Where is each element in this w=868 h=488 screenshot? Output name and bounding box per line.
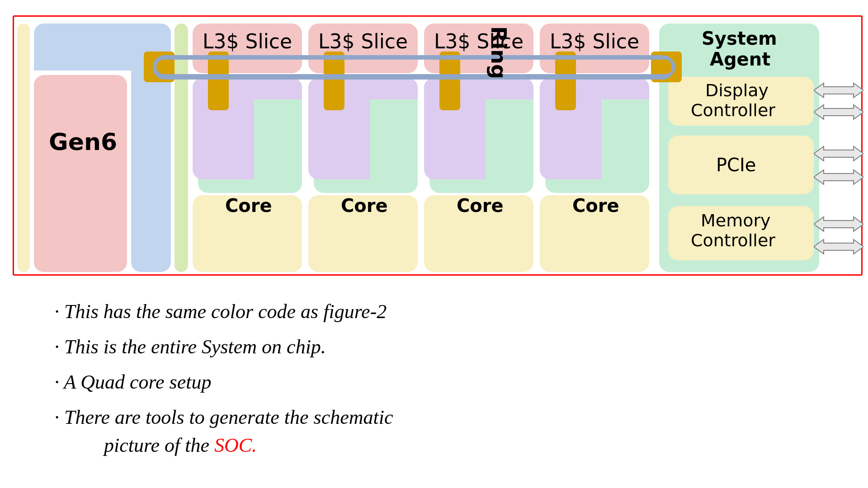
note-line-4b: picture of the SOC. xyxy=(104,433,257,458)
note-line-1: · This has the same color code as figure… xyxy=(54,299,387,324)
memory-controller-l1: Memory xyxy=(701,211,771,230)
ring-label: Ring xyxy=(486,26,511,79)
core-tile-0-core-label: Core xyxy=(225,195,272,216)
arrow-mem-1-icon xyxy=(814,215,863,233)
ring-rail-top xyxy=(159,57,668,60)
svg-marker-9 xyxy=(814,217,863,231)
svg-marker-5 xyxy=(814,83,863,98)
display-controller-l1: Display xyxy=(705,80,769,100)
note-line-2: · This is the entire System on chip. xyxy=(54,334,326,359)
system-agent-title-l1: System xyxy=(702,28,777,49)
display-controller-l2: Controller xyxy=(691,100,775,120)
core-tile-1-l3-label: L3$ Slice xyxy=(318,30,408,53)
stage: Gen6 L3$ Slice Core L3$ Slice Core L3$ S… xyxy=(0,0,868,488)
core-tile-1-core-label: Core xyxy=(341,195,388,216)
note-line-4a: · There are tools to generate the schema… xyxy=(54,405,393,430)
svg-marker-7 xyxy=(814,146,863,161)
arrow-mem-2-icon xyxy=(814,238,863,256)
pcie-label: PCIe xyxy=(716,155,756,175)
note-line-4b-black: picture of the xyxy=(104,434,214,456)
left-strip xyxy=(17,23,30,272)
gpu-label: Gen6 xyxy=(49,128,117,155)
core-tile-2-core-label: Core xyxy=(457,195,504,216)
note-line-4b-red: SOC. xyxy=(214,434,257,456)
svg-marker-10 xyxy=(814,239,863,254)
gpu-block xyxy=(34,75,127,272)
arrow-display-2-icon xyxy=(814,103,863,121)
svg-marker-6 xyxy=(814,105,863,119)
core-tile-0-l3-label: L3$ Slice xyxy=(203,30,292,53)
system-agent-title-l2: Agent xyxy=(710,49,770,70)
core-tile-3-core-label: Core xyxy=(572,195,619,216)
memory-controller-l2: Controller xyxy=(691,230,775,250)
arrow-pcie-1-icon xyxy=(814,145,863,163)
core-tile-3-l3-label: L3$ Slice xyxy=(550,30,639,53)
svg-marker-8 xyxy=(814,170,863,184)
arrow-pcie-2-icon xyxy=(814,168,863,186)
ring-rail-bot xyxy=(159,74,668,77)
arrow-display-1-icon xyxy=(814,81,863,99)
note-line-3: · A Quad core setup xyxy=(54,370,212,394)
